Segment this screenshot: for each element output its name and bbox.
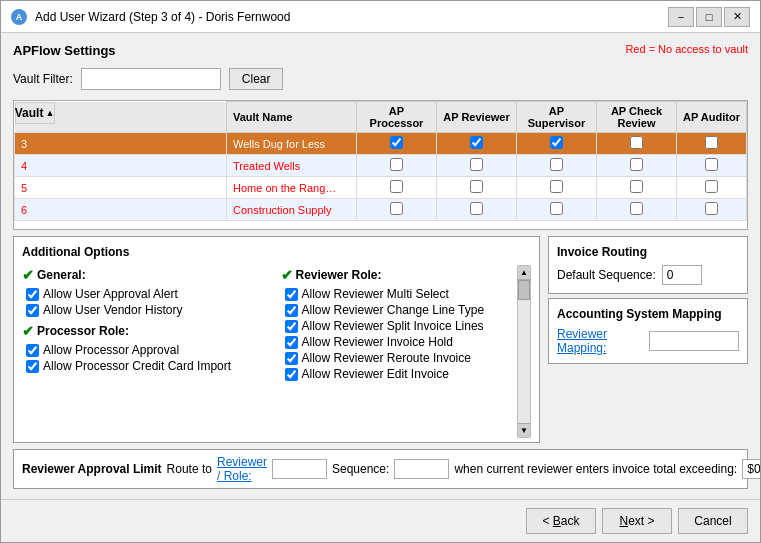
col-ap-supervisor[interactable]: AP Supervisor xyxy=(517,102,597,133)
cell-reviewer[interactable] xyxy=(437,133,517,155)
checkbox-processor-approval[interactable] xyxy=(26,344,39,357)
sequence-input[interactable] xyxy=(394,459,449,479)
route-to-label: Route to xyxy=(167,462,212,476)
option-label: Allow Reviewer Reroute Invoice xyxy=(302,351,471,365)
cell-processor[interactable] xyxy=(357,155,437,177)
option-reroute-invoice: Allow Reviewer Reroute Invoice xyxy=(281,351,514,365)
cell-processor[interactable] xyxy=(357,199,437,221)
table-row[interactable]: 4 Treated Wells xyxy=(15,155,747,177)
cell-vault-name: Construction Supply xyxy=(227,199,357,221)
cell-processor[interactable] xyxy=(357,177,437,199)
cell-reviewer[interactable] xyxy=(437,155,517,177)
footer: < Back Next > Cancel xyxy=(1,499,760,542)
col-vault-name[interactable]: Vault Name xyxy=(227,102,357,133)
vault-table: Vault ▲ Vault Name AP Processor AP Revie… xyxy=(14,101,747,221)
checkbox-vendor-history[interactable] xyxy=(26,304,39,317)
next-button[interactable]: Next > xyxy=(602,508,672,534)
option-approval-alert: Allow User Approval Alert xyxy=(22,287,273,301)
checkbox-approval-alert[interactable] xyxy=(26,288,39,301)
reviewer-role-header: ✔ Reviewer Role: xyxy=(281,267,514,283)
general-group-header: ✔ General: xyxy=(22,267,273,283)
cancel-button[interactable]: Cancel xyxy=(678,508,748,534)
restore-button[interactable]: □ xyxy=(696,7,722,27)
col-ap-auditor[interactable]: AP Auditor xyxy=(677,102,747,133)
general-check-icon: ✔ xyxy=(22,267,34,283)
amount-input[interactable] xyxy=(742,459,760,479)
bottom-section: Additional Options ✔ General: Allow User… xyxy=(13,236,748,443)
when-label: when current reviewer enters invoice tot… xyxy=(454,462,737,476)
options-right-col: ✔ Reviewer Role: Allow Reviewer Multi Se… xyxy=(281,265,514,438)
table-row[interactable]: 6 Construction Supply xyxy=(15,199,747,221)
cell-auditor[interactable] xyxy=(677,199,747,221)
back-button[interactable]: < Back xyxy=(526,508,596,534)
cell-supervisor[interactable] xyxy=(517,155,597,177)
vault-filter-input[interactable] xyxy=(81,68,221,90)
option-label: Allow Reviewer Edit Invoice xyxy=(302,367,449,381)
cell-auditor[interactable] xyxy=(677,155,747,177)
cell-supervisor[interactable] xyxy=(517,199,597,221)
options-right-section: ✔ Reviewer Role: Allow Reviewer Multi Se… xyxy=(281,265,532,438)
cell-check-review[interactable] xyxy=(597,177,677,199)
cell-processor[interactable] xyxy=(357,133,437,155)
cell-auditor[interactable] xyxy=(677,133,747,155)
cell-check-review[interactable] xyxy=(597,133,677,155)
cell-auditor[interactable] xyxy=(677,177,747,199)
cell-vault-id: 4 xyxy=(15,155,227,177)
option-invoice-hold: Allow Reviewer Invoice Hold xyxy=(281,335,514,349)
option-multi-select: Allow Reviewer Multi Select xyxy=(281,287,514,301)
reviewer-mapping-link[interactable]: Reviewer Mapping: xyxy=(557,327,643,355)
reviewer-mapping-input[interactable] xyxy=(649,331,739,351)
general-label: General: xyxy=(37,268,86,282)
checkbox-multi-select[interactable] xyxy=(285,288,298,301)
default-sequence-input[interactable] xyxy=(662,265,702,285)
reviewer-role-input[interactable] xyxy=(272,459,327,479)
table-row[interactable]: 3 Wells Dug for Less xyxy=(15,133,747,155)
checkbox-credit-card-import[interactable] xyxy=(26,360,39,373)
options-left-col: ✔ General: Allow User Approval Alert All… xyxy=(22,265,273,438)
red-note: Red = No access to vault xyxy=(625,43,748,55)
checkbox-edit-invoice[interactable] xyxy=(285,368,298,381)
col-vault[interactable]: Vault ▲ xyxy=(15,102,55,124)
cell-reviewer[interactable] xyxy=(437,199,517,221)
minimize-button[interactable]: − xyxy=(668,7,694,27)
checkbox-change-line-type[interactable] xyxy=(285,304,298,317)
option-label: Allow Processor Approval xyxy=(43,343,179,357)
vault-filter-row: Vault Filter: Clear xyxy=(13,68,748,90)
checkbox-split-invoice[interactable] xyxy=(285,320,298,333)
table-row[interactable]: 5 Home on the Rang… xyxy=(15,177,747,199)
cell-vault-id: 3 xyxy=(15,133,227,155)
default-sequence-label: Default Sequence: xyxy=(557,268,656,282)
processor-role-label: Processor Role: xyxy=(37,324,129,338)
cell-vault-name: Home on the Rang… xyxy=(227,177,357,199)
col-ap-processor[interactable]: AP Processor xyxy=(357,102,437,133)
options-scrollbar[interactable]: ▲ ▼ xyxy=(517,265,531,438)
main-content: APFlow Settings Red = No access to vault… xyxy=(1,33,760,499)
scroll-down-button[interactable]: ▼ xyxy=(518,423,530,437)
cell-supervisor[interactable] xyxy=(517,133,597,155)
processor-role-header: ✔ Processor Role: xyxy=(22,323,273,339)
reviewer-check-icon: ✔ xyxy=(281,267,293,283)
sequence-label: Sequence: xyxy=(332,462,389,476)
scroll-up-button[interactable]: ▲ xyxy=(518,266,530,280)
checkbox-invoice-hold[interactable] xyxy=(285,336,298,349)
checkbox-reroute-invoice[interactable] xyxy=(285,352,298,365)
scroll-thumb[interactable] xyxy=(518,280,530,300)
vault-filter-clear-button[interactable]: Clear xyxy=(229,68,284,90)
processor-check-icon: ✔ xyxy=(22,323,34,339)
option-label: Allow Processor Credit Card Import xyxy=(43,359,231,373)
reviewer-role-link[interactable]: Reviewer / Role: xyxy=(217,455,267,483)
cell-supervisor[interactable] xyxy=(517,177,597,199)
col-ap-check-review[interactable]: AP Check Review xyxy=(597,102,677,133)
reviewer-mapping-row: Reviewer Mapping: xyxy=(557,327,739,355)
col-ap-reviewer[interactable]: AP Reviewer xyxy=(437,102,517,133)
title-bar: A Add User Wizard (Step 3 of 4) - Doris … xyxy=(1,1,760,33)
cell-reviewer[interactable] xyxy=(437,177,517,199)
cell-check-review[interactable] xyxy=(597,155,677,177)
default-sequence-row: Default Sequence: xyxy=(557,265,739,285)
cell-check-review[interactable] xyxy=(597,199,677,221)
option-processor-approval: Allow Processor Approval xyxy=(22,343,273,357)
option-credit-card-import: Allow Processor Credit Card Import xyxy=(22,359,273,373)
option-label: Allow Reviewer Multi Select xyxy=(302,287,449,301)
close-button[interactable]: ✕ xyxy=(724,7,750,27)
reviewer-approval-limit-bar: Reviewer Approval Limit Route to Reviewe… xyxy=(13,449,748,489)
